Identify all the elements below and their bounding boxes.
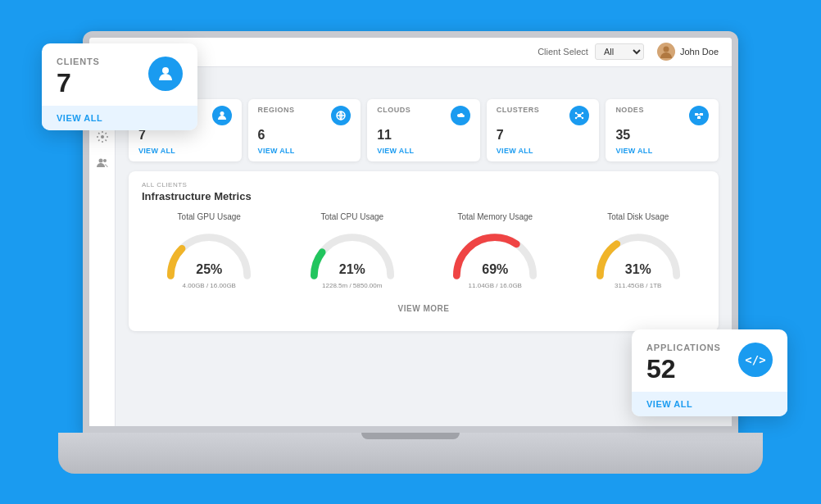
stat-value-clouds: 11 [377,129,470,142]
globe-icon [336,111,346,120]
user-avatar [657,43,675,61]
gauge-label: Total CPU Usage [320,212,383,221]
svg-line-15 [578,113,579,114]
sidebar-item-users[interactable] [95,156,110,170]
page-title: Dashboard [129,77,719,91]
settings-icon [97,131,108,143]
svg-point-13 [575,116,577,118]
fc-apps-icon: </> [738,343,773,377]
gauge-wrapper: 21% [303,228,401,279]
fc-clients-label: CLIENTS [57,57,100,66]
stat-card-nodes: NODES [606,99,719,161]
clouds-icon-circle [451,106,470,125]
gauge-label: Total GPU Usage [178,212,241,221]
gauge-value: 69% [482,262,508,277]
svg-point-24 [162,67,169,74]
svg-line-17 [578,116,579,116]
view-more-button[interactable]: VIEW MORE [142,296,705,321]
stat-viewall-clients[interactable]: VIEW ALL [138,147,232,155]
metrics-header: ALL CLIENTS Infrastructure Metrics [142,181,705,202]
gauge-item: Total Disk Usage 31% 311.45GB / 1TB [571,212,706,289]
stat-label-clusters: CLUSTERS [497,106,540,114]
client-select-label: Client Select [538,47,588,57]
person-icon [217,111,227,120]
user-area: John Doe [657,43,719,61]
fc-clients-info: CLIENTS 7 [57,57,100,96]
floating-card-clients: CLIENTS 7 VIEW ALL [42,43,197,130]
fc-apps-value: 52 [646,356,721,382]
svg-point-7 [103,159,107,162]
svg-rect-19 [695,113,698,116]
stat-viewall-clouds[interactable]: VIEW ALL [377,147,470,155]
fc-apps-info: APPLICATIONS 52 [646,343,721,382]
laptop-frame: Client Select All John Doe [58,31,763,474]
fc-clients-body: CLIENTS 7 [42,43,197,106]
nodes-icon [694,111,704,120]
regions-icon-circle [331,106,351,125]
stat-value-regions: 6 [258,129,352,142]
fc-clients-icon [148,57,183,91]
floating-card-apps: APPLICATIONS 52 </> VIEW ALL [632,329,787,416]
stat-label-regions: REGIONS [258,106,295,114]
clients-icon-circle [212,106,232,125]
fc-apps-body: APPLICATIONS 52 </> [632,329,787,392]
stat-card-regions: REGIONS 6 VIEW ALL [248,99,361,161]
fc-apps-viewall[interactable]: VIEW ALL [632,392,787,416]
gauge-value: 25% [196,262,222,277]
fc-clients-value: 7 [57,70,100,96]
client-select-dropdown[interactable]: All [595,43,644,60]
svg-rect-20 [700,113,703,116]
svg-point-8 [220,111,224,116]
svg-line-18 [581,116,583,116]
nodes-icon-circle [689,106,709,125]
svg-point-14 [582,116,583,118]
avatar-icon [657,43,675,61]
cloud-icon [456,111,465,120]
stat-viewall-clusters[interactable]: VIEW ALL [497,147,590,155]
cluster-icon [574,111,584,120]
gauge-label: Total Memory Usage [457,212,533,221]
svg-point-1 [663,47,669,52]
sidebar-item-settings[interactable] [95,129,110,144]
stat-viewall-regions[interactable]: VIEW ALL [258,147,352,155]
svg-point-12 [582,111,583,113]
svg-point-11 [575,111,577,113]
metrics-subtitle: ALL CLIENTS [142,181,705,188]
metrics-section: ALL CLIENTS Infrastructure Metrics Total… [129,171,719,331]
gauge-item: Total Memory Usage 69% 11.04GB / 16.0GB [428,212,563,289]
stat-value-clusters: 7 [497,129,590,142]
gauge-item: Total GPU Usage 25% 4.00GB / 16.00GB [142,212,277,289]
svg-line-16 [581,113,583,114]
users-icon [97,157,108,169]
stat-viewall-nodes[interactable]: VIEW ALL [615,147,709,155]
gauge-label: Total Disk Usage [607,212,669,221]
metrics-title: Infrastructure Metrics [142,190,705,202]
svg-point-6 [98,158,102,162]
gauge-wrapper: 25% [160,228,258,279]
fc-clients-viewall[interactable]: VIEW ALL [42,106,197,130]
gauge-value: 21% [339,262,365,277]
gauge-wrapper: 69% [446,228,544,279]
svg-point-5 [101,135,104,138]
stats-row: CLIENTS 7 VIEW ALL [129,99,719,161]
stat-card-clouds: CLOUDS 11 VIEW ALL [367,99,480,161]
gauge-item: Total CPU Usage 21% 1228.5m / 5850.00m [285,212,420,289]
gauge-value: 31% [625,262,651,277]
code-icon: </> [745,353,765,366]
clusters-icon-circle [569,106,589,125]
laptop-base [58,433,763,474]
stat-value-nodes: 35 [615,129,709,142]
user-name: John Doe [680,47,719,57]
stat-value-clients: 7 [138,129,232,142]
stat-label-clouds: CLOUDS [377,106,410,114]
client-select-area: Client Select All [538,43,644,60]
stat-card-clusters: CLUSTERS [487,99,600,161]
gauges-row: Total GPU Usage 25% 4.00GB / 16.00GB Tot… [142,212,705,289]
svg-rect-21 [697,116,701,119]
stat-label-nodes: NODES [615,106,644,114]
gauge-wrapper: 31% [589,228,687,279]
person-icon-large [157,66,174,82]
fc-apps-label: APPLICATIONS [646,343,721,352]
